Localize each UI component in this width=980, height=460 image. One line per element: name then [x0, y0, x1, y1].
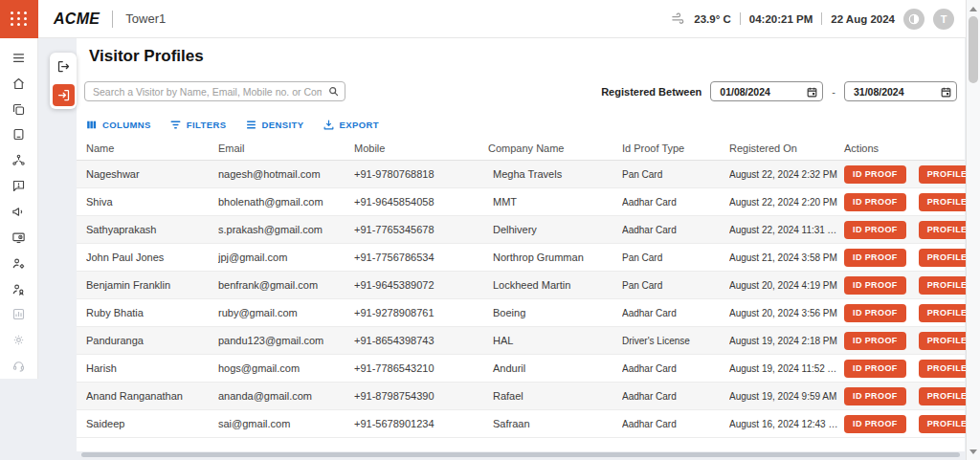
id-proof-button[interactable]: ID PROOF [844, 193, 906, 211]
vertical-scrollbar-thumb[interactable] [969, 16, 978, 83]
column-header-email[interactable]: Email [218, 142, 354, 154]
id-proof-button[interactable]: ID PROOF [844, 387, 906, 405]
cell-email: s.prakash@gmail.com [218, 224, 354, 235]
vertical-scrollbar[interactable] [966, 0, 980, 460]
column-header-name[interactable]: Name [86, 142, 218, 154]
chat-alert-icon[interactable] [0, 173, 38, 199]
id-proof-button[interactable]: ID PROOF [844, 276, 906, 295]
export-download-icon [323, 119, 335, 131]
id-proof-button[interactable]: ID PROOF [844, 360, 906, 378]
hub-icon[interactable] [0, 147, 38, 173]
column-header-mobile[interactable]: Mobile [354, 142, 488, 154]
meta-separator [821, 12, 822, 25]
contrast-toggle-icon[interactable] [903, 9, 924, 30]
cell-email: ruby@gmail.com [218, 307, 354, 318]
cell-name: Nageshwar [86, 168, 218, 180]
cell-company: Rafael [488, 390, 622, 402]
cell-mobile: +91-9645389072 [354, 279, 488, 291]
scroll-down-icon[interactable] [967, 445, 980, 458]
cell-name: Panduranga [86, 335, 218, 346]
menu-icon[interactable] [0, 45, 38, 71]
cell-actions: ID PROOF PROFILE [844, 193, 980, 211]
column-header-actions: Actions [844, 142, 965, 154]
cell-company: Lockheed Martin [488, 279, 622, 291]
cell-actions: ID PROOF PROFILE [844, 165, 980, 184]
cell-actions: ID PROOF PROFILE [844, 360, 980, 378]
cell-email: nagesh@hotmail.com [218, 168, 354, 180]
id-proof-button[interactable]: ID PROOF [844, 415, 906, 433]
cell-email: benfrank@gmail.com [218, 279, 354, 291]
columns-button[interactable]: COLUMNS [85, 119, 151, 131]
device-clock-icon[interactable] [0, 225, 38, 251]
cell-company: Delhivery [488, 224, 622, 235]
horizontal-scrollbar-thumb[interactable] [81, 452, 960, 457]
table-row[interactable]: Panduranga pandu123@gmail.com +91-865439… [77, 327, 965, 355]
density-button[interactable]: DENSITY [245, 119, 304, 131]
cell-id-proof-type: Aadhar Card [622, 363, 729, 374]
grid-dots-icon [11, 11, 28, 26]
table-row[interactable]: Sathyaprakash s.prakash@gmail.com +91-77… [77, 216, 965, 244]
filters-button[interactable]: FILTERS [169, 119, 227, 131]
id-proof-button[interactable]: ID PROOF [844, 165, 906, 184]
campaign-icon[interactable] [0, 199, 38, 225]
cell-registered-on: August 19, 2024 9:59 AM [729, 391, 844, 402]
cell-registered-on: August 22, 2024 2:32 PM [729, 169, 844, 180]
user-avatar[interactable]: T [933, 9, 954, 30]
table-row[interactable]: Benjamin Franklin benfrank@gmail.com +91… [77, 272, 965, 299]
column-header-idproof[interactable]: Id Proof Type [622, 142, 729, 154]
cell-actions: ID PROOF PROFILE [844, 387, 980, 405]
main-content: Visitor Profiles Registered Between - [77, 38, 965, 451]
column-header-company[interactable]: Company Name [488, 142, 622, 154]
table-row[interactable]: John Paul Jones jpj@gmail.com +91-775678… [77, 244, 965, 272]
cell-id-proof-type: Aadhar Card [622, 419, 729, 429]
id-proof-button[interactable]: ID PROOF [844, 249, 906, 267]
cell-registered-on: August 19, 2024 11:52 AM [729, 363, 844, 374]
column-header-registered[interactable]: Registered On [729, 142, 844, 154]
calendar-icon[interactable] [806, 85, 818, 102]
calendar-icon[interactable] [940, 85, 952, 102]
export-button[interactable]: EXPORT [323, 119, 379, 131]
table-row[interactable]: Anand Ranganathan ananda@gmail.com +91-8… [77, 383, 965, 410]
id-proof-button[interactable]: ID PROOF [844, 221, 906, 239]
id-proof-button[interactable]: ID PROOF [844, 304, 906, 322]
grid-toolbar: COLUMNS FILTERS DENSITY EXPORT [85, 119, 379, 131]
cell-id-proof-type: Aadhar Card [622, 308, 729, 318]
kiosk-icon[interactable] [0, 122, 38, 148]
cell-name: Anand Ranganathan [86, 390, 218, 402]
site-name[interactable]: Tower1 [125, 11, 166, 26]
table-row[interactable]: Harish hogs@gmail.com +91-7786543210 And… [77, 355, 965, 383]
cell-company: Boeing [488, 307, 622, 318]
settings-gear-icon[interactable] [0, 327, 38, 353]
cell-registered-on: August 20, 2024 3:56 PM [729, 308, 844, 318]
cell-registered-on: August 22, 2024 2:20 PM [729, 197, 844, 208]
table-row[interactable]: Ruby Bhatia ruby@gmail.com +91-927890876… [77, 299, 965, 327]
analytics-icon[interactable] [0, 301, 38, 327]
support-headset-icon[interactable] [0, 353, 38, 379]
temperature-text: 23.9° C [694, 13, 730, 25]
scroll-up-icon[interactable] [967, 2, 980, 15]
id-proof-button[interactable]: ID PROOF [844, 332, 906, 350]
copy-pages-icon[interactable] [0, 97, 38, 122]
home-icon[interactable] [0, 71, 38, 97]
range-separator: - [832, 86, 835, 98]
cell-email: jpj@gmail.com [218, 252, 354, 263]
columns-icon [85, 119, 98, 131]
user-settings-icon[interactable] [0, 251, 38, 276]
search-input[interactable] [84, 81, 345, 101]
app-launcher-button[interactable] [0, 0, 38, 38]
visitor-entry-icon[interactable] [53, 84, 75, 106]
date-from-field [710, 81, 823, 101]
cell-actions: ID PROOF PROFILE [844, 332, 980, 350]
table-row[interactable]: Saideep sai@gmail.com +91-5678901234 Saf… [77, 410, 965, 438]
search-icon [327, 84, 340, 101]
cell-mobile: +91-9645854058 [354, 196, 488, 208]
table-row[interactable]: Nageshwar nagesh@hotmail.com +91-9780768… [77, 161, 965, 188]
header-divider [112, 11, 113, 28]
visitor-exit-icon[interactable] [53, 55, 75, 77]
cell-id-proof-type: Pan Card [622, 169, 729, 180]
cell-id-proof-type: Aadhar Card [622, 225, 729, 235]
visitor-tabs-panel [50, 53, 77, 109]
cell-company: Northrop Grumman [488, 252, 622, 263]
table-row[interactable]: Shiva bholenath@gmail.com +91-9645854058… [77, 188, 965, 216]
user-badge-icon[interactable] [0, 276, 38, 302]
